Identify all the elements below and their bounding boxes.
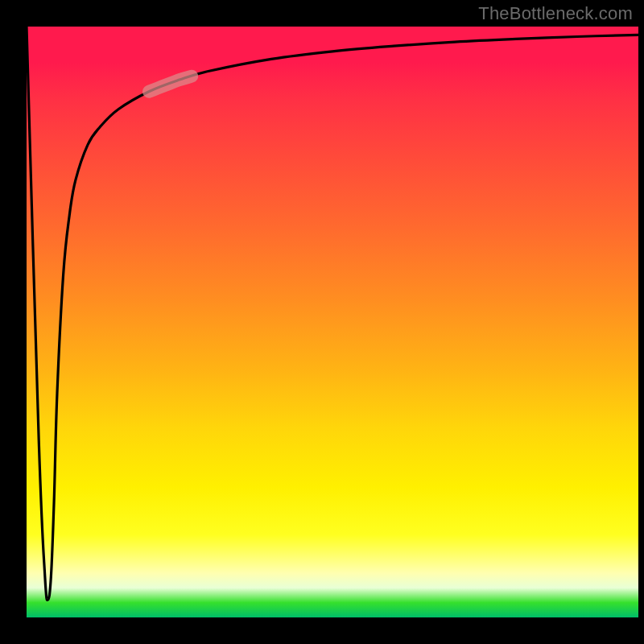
chart-curve — [27, 27, 638, 600]
chart-svg — [27, 27, 638, 617]
chart-highlight-segment — [149, 76, 192, 92]
attribution-label: TheBottleneck.com — [478, 3, 633, 24]
chart-plot-area — [27, 27, 638, 617]
